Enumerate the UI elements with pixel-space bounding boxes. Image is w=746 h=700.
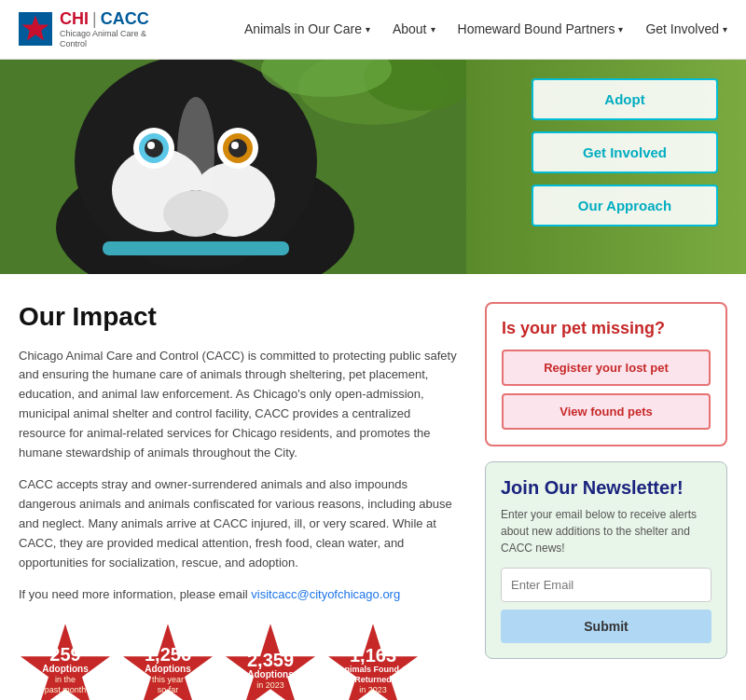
impact-paragraph-1: Chicago Animal Care and Control (CACC) i… [19,347,457,463]
stat-label: Animals Found & Returned [334,665,412,685]
logo-cacc: CACC [101,9,149,29]
email-link[interactable]: visitcacc@cityofchicago.org [251,587,400,601]
hero-section: Adopt Get Involved Our Approach [0,60,746,274]
nav-animals-in-care[interactable]: Animals in Our Care ▾ [244,21,370,36]
get-involved-hero-button[interactable]: Get Involved [532,131,718,173]
stat-adoptions-month: 259 Adoptions in thepast month [19,624,112,700]
missing-pet-title: Is your pet missing? [502,319,711,338]
logo-star-icon [19,12,52,46]
impact-title: Our Impact [19,302,457,332]
logo-subtitle: Chicago Animal Care & Control [60,29,153,49]
newsletter-email-input[interactable] [501,568,711,602]
newsletter-submit-button[interactable]: Submit [501,610,711,643]
main-nav: CHI | CACC Chicago Animal Care & Control… [0,0,746,60]
chevron-down-icon: ▾ [431,24,435,34]
stat-sub: in 2023 [334,685,412,695]
newsletter-description: Enter your email below to receive alerts… [501,506,711,556]
register-lost-pet-button[interactable]: Register your lost pet [502,350,711,386]
chevron-down-icon: ▾ [723,24,727,34]
logo-text-block: CHI | CACC Chicago Animal Care & Control [60,9,153,49]
svg-rect-18 [103,241,289,255]
newsletter-title: Join Our Newsletter! [501,477,711,499]
impact-paragraph-2: CACC accepts stray and owner-surrendered… [19,475,457,572]
our-approach-button[interactable]: Our Approach [532,185,718,226]
dog-illustration [0,60,485,274]
stat-number: 2,359 [247,651,294,669]
stat-label: Adoptions [42,664,88,675]
missing-pet-card: Is your pet missing? Register your lost … [485,302,727,446]
hero-image [0,60,485,274]
nav-about[interactable]: About ▾ [393,21,435,36]
view-found-pets-button[interactable]: View found pets [502,393,711,430]
svg-point-11 [147,142,155,149]
stat-adoptions-year: 1,256 Adoptions this yearso far [121,624,214,700]
nav-homeward-bound[interactable]: Homeward Bound Partners ▾ [458,21,624,36]
newsletter-card: Join Our Newsletter! Enter your email be… [485,461,727,659]
impact-section: Our Impact Chicago Animal Care and Contr… [19,302,457,700]
stat-adoptions-2023: 2,359 Adoptions in 2023 [224,624,317,700]
logo-chi: CHI [60,9,89,29]
stat-sub: in 2023 [247,680,294,691]
logo: CHI | CACC Chicago Animal Care & Control [19,9,153,49]
impact-paragraph-3: If you need more information, please ema… [19,585,457,605]
nav-get-involved[interactable]: Get Involved ▾ [645,21,727,36]
chevron-down-icon: ▾ [618,24,623,34]
stat-label: Adoptions [247,669,294,680]
nav-links: Animals in Our Care ▾ About ▾ Homeward B… [244,21,727,36]
logo-divider: | [92,9,97,29]
adopt-button[interactable]: Adopt [532,78,718,120]
stat-number: 1,163 [334,646,412,665]
stat-number: 1,256 [145,645,191,664]
chevron-down-icon: ▾ [366,24,370,34]
svg-point-17 [163,190,228,237]
stat-found-returned: 1,163 Animals Found & Returned in 2023 [326,624,420,700]
stat-sub: this yearso far [145,675,191,695]
stat-label: Adoptions [145,664,191,675]
svg-point-14 [228,139,247,158]
svg-point-15 [231,142,239,149]
right-sidebar: Is your pet missing? Register your lost … [485,302,727,700]
svg-point-10 [145,139,163,158]
stat-number: 259 [42,645,88,664]
main-content: Our Impact Chicago Animal Care and Contr… [0,274,746,700]
stat-sub: in thepast month [42,675,88,695]
hero-buttons: Adopt Get Involved Our Approach [532,78,718,226]
stats-section: 259 Adoptions in thepast month 1,256 Ado… [19,624,457,700]
